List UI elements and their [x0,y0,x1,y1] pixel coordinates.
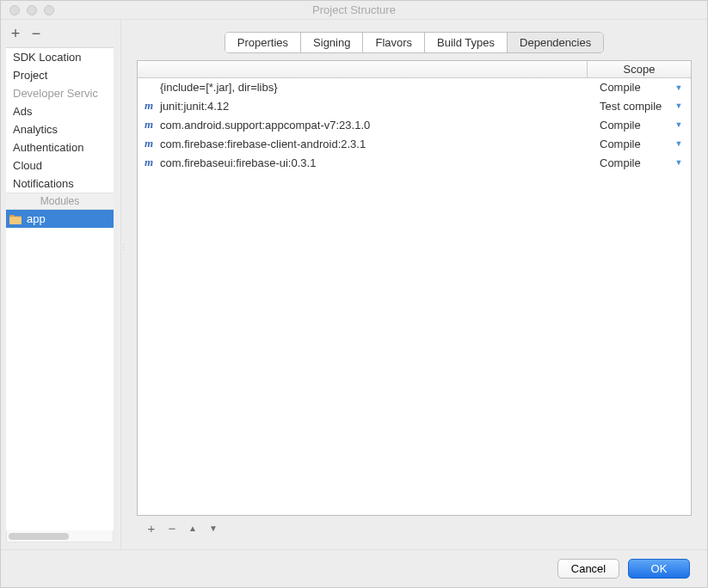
sidebar-toolbar: + − [1,20,120,47]
sidebar-item-app[interactable]: app [6,210,114,228]
scope-dropdown-icon[interactable]: ▼ [672,83,686,92]
table-row[interactable]: m com.firebase:firebase-client-android:2… [138,134,691,153]
table-header: Scope [138,61,691,78]
th-scope[interactable]: Scope [588,61,691,77]
sidebar-item-authentication[interactable]: Authentication [6,138,114,156]
scrollbar-thumb[interactable] [9,533,69,540]
remove-module-button[interactable]: − [30,28,42,40]
sidebar-heading-developer-services: Developer Servic [6,84,114,102]
sidebar-item-analytics[interactable]: Analytics [6,120,114,138]
dependency-scope: Test compile [596,100,672,113]
maven-icon: m [143,99,155,113]
dialog-button-bar: Cancel OK [1,549,707,587]
main-body: + − SDK Location Project Developer Servi… [1,20,707,549]
deps-footer-toolbar: + − ▲ ▼ [137,516,692,537]
dependency-text: com.android.support:appcompat-v7:23.1.0 [160,119,370,132]
svg-rect-0 [9,217,22,224]
scope-dropdown-icon[interactable]: ▼ [672,101,686,110]
sidebar-list: SDK Location Project Developer Servic Ad… [6,47,114,531]
dependency-scope: Compile [596,119,672,132]
sidebar-item-cloud[interactable]: Cloud [6,156,114,175]
window-title: Project Structure [1,3,707,16]
table-row[interactable]: m com.firebaseui:firebase-ui:0.3.1 Compi… [138,153,691,172]
sidebar-heading-modules: Modules [6,193,114,210]
dependency-text: junit:junit:4.12 [160,100,229,113]
cancel-button[interactable]: Cancel [557,559,619,579]
sidebar-item-sdk-location[interactable]: SDK Location [6,48,114,66]
dependency-scope: Compile [596,81,672,94]
sidebar-horizontal-scrollbar[interactable] [6,530,114,542]
tab-properties[interactable]: Properties [225,33,301,52]
splitter-grip[interactable]: ⋮ [120,243,126,252]
ok-button[interactable]: OK [628,559,690,579]
tab-flavors[interactable]: Flavors [363,33,425,52]
content-area: Properties Signing Flavors Build Types D… [121,20,707,549]
move-up-button[interactable]: ▲ [187,524,199,533]
table-row[interactable]: {include=[*.jar], dir=libs} Compile ▼ [138,78,691,96]
add-module-button[interactable]: + [9,28,22,40]
maven-icon: m [143,137,155,150]
maven-icon: m [143,118,155,132]
th-dependency[interactable] [138,61,588,77]
dependency-text: {include=[*.jar], dir=libs} [160,81,278,94]
folder-icon [9,214,22,224]
dependencies-table: Scope {include=[*.jar], dir=libs} Compil… [137,60,692,516]
sidebar-item-project[interactable]: Project [6,66,114,84]
sidebar-item-notifications[interactable]: Notifications [6,175,114,193]
table-row[interactable]: m com.android.support:appcompat-v7:23.1.… [138,115,691,134]
dependency-text: com.firebaseui:firebase-ui:0.3.1 [160,156,316,169]
project-structure-window: Project Structure + − SDK Location Proje… [0,0,708,588]
move-down-button[interactable]: ▼ [207,524,219,533]
dependency-scope: Compile [596,138,672,150]
tab-dependencies[interactable]: Dependencies [508,33,603,52]
sidebar-item-label: app [27,212,46,225]
table-body: {include=[*.jar], dir=libs} Compile ▼ m … [138,78,691,515]
dependency-text: com.firebase:firebase-client-android:2.3… [160,138,366,150]
maven-icon: m [143,156,155,169]
scope-dropdown-icon[interactable]: ▼ [672,120,686,129]
scope-dropdown-icon[interactable]: ▼ [672,158,686,167]
remove-dep-button[interactable]: − [166,521,178,536]
tab-signing[interactable]: Signing [301,33,363,52]
table-row[interactable]: m junit:junit:4.12 Test compile ▼ [138,96,691,115]
dependency-scope: Compile [596,156,672,169]
sidebar-item-ads[interactable]: Ads [6,102,114,120]
sidebar: + − SDK Location Project Developer Servi… [1,20,121,549]
tab-group: Properties Signing Flavors Build Types D… [225,32,604,53]
tab-build-types[interactable]: Build Types [425,33,508,52]
scope-dropdown-icon[interactable]: ▼ [672,139,686,148]
tab-bar: Properties Signing Flavors Build Types D… [137,32,692,53]
titlebar: Project Structure [1,1,707,20]
add-dep-button[interactable]: + [145,521,157,536]
